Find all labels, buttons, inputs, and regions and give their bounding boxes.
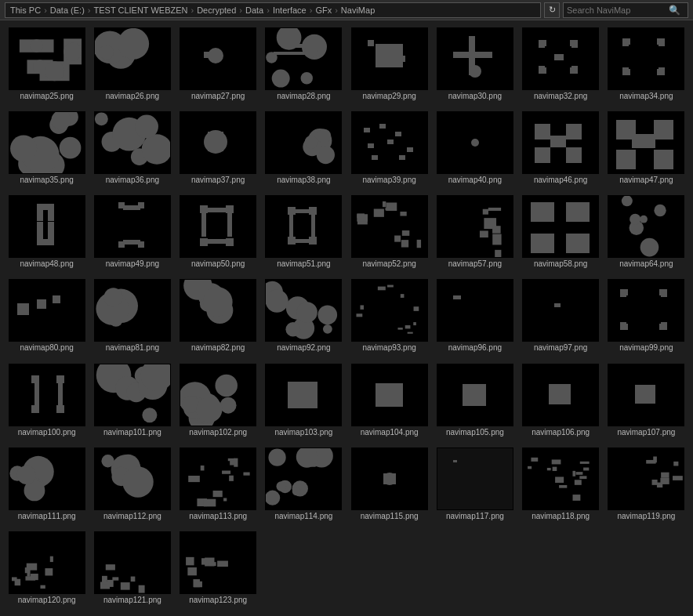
thumbnail <box>94 279 171 342</box>
list-item[interactable]: navimap97.png <box>519 277 603 359</box>
list-item[interactable]: navimap50.png <box>176 193 260 275</box>
list-item[interactable]: navimap32.png <box>519 25 603 107</box>
refresh-button[interactable]: ↻ <box>544 2 560 18</box>
breadcrumb-testclient[interactable]: TEST CLIENT WEBZEN <box>93 5 187 15</box>
file-label: navimap82.png <box>191 343 245 352</box>
file-label: navimap25.png <box>20 92 73 100</box>
thumbnail-canvas <box>608 364 684 426</box>
list-item[interactable]: navimap34.png <box>604 25 688 107</box>
file-label: navimap26.png <box>106 92 159 100</box>
list-item[interactable]: navimap35.png <box>5 109 89 191</box>
list-item[interactable]: navimap118.png <box>519 445 603 527</box>
thumbnail-canvas <box>523 112 598 173</box>
list-item[interactable]: navimap58.png <box>519 193 603 275</box>
list-item[interactable]: navimap100.png <box>5 361 89 444</box>
breadcrumb-datadir[interactable]: Data <box>245 5 263 15</box>
list-item[interactable]: navimap121.png <box>90 529 174 611</box>
thumbnail-canvas <box>95 532 170 593</box>
file-label: navimap58.png <box>534 259 587 268</box>
thumbnail <box>437 111 513 174</box>
list-item[interactable]: navimap39.png <box>347 109 431 191</box>
thumbnail <box>180 279 256 342</box>
breadcrumb-interface[interactable]: Interface <box>273 5 307 15</box>
list-item[interactable]: navimap26.png <box>90 25 174 107</box>
list-item[interactable]: navimap107.png <box>604 361 688 444</box>
list-item[interactable]: navimap120.png <box>5 529 89 611</box>
breadcrumb-navimap[interactable]: NaviMap <box>341 5 375 15</box>
list-item[interactable]: navimap99.png <box>604 277 688 359</box>
list-item[interactable]: navimap28.png <box>262 25 346 107</box>
list-item[interactable]: navimap38.png <box>262 109 346 191</box>
list-item[interactable]: navimap36.png <box>90 109 174 191</box>
list-item[interactable]: navimap123.png <box>176 529 260 611</box>
thumbnail <box>437 279 513 342</box>
list-item[interactable]: navimap30.png <box>433 25 517 107</box>
list-item[interactable]: navimap112.png <box>90 445 174 527</box>
list-item[interactable]: navimap52.png <box>347 193 431 275</box>
thumbnail <box>437 195 513 258</box>
breadcrumb-gfx[interactable]: GFx <box>315 5 332 15</box>
file-label: navimap35.png <box>20 176 73 184</box>
thumbnail <box>180 195 256 258</box>
list-item[interactable]: navimap29.png <box>347 25 431 107</box>
list-item[interactable]: navimap101.png <box>90 361 174 444</box>
list-item[interactable]: navimap82.png <box>176 277 260 359</box>
list-item[interactable]: navimap80.png <box>5 277 89 359</box>
list-item[interactable]: navimap27.png <box>176 25 260 107</box>
list-item[interactable]: navimap117.png <box>433 445 517 527</box>
search-icon: 🔍 <box>669 5 680 16</box>
list-item[interactable]: navimap102.png <box>176 361 260 444</box>
thumbnail-canvas <box>9 448 85 509</box>
breadcrumb-decrypted[interactable]: Decrypted <box>197 5 236 15</box>
list-item[interactable]: navimap104.png <box>347 361 431 444</box>
thumbnail-canvas <box>266 448 341 509</box>
thumbnail-canvas <box>523 280 598 341</box>
thumbnail-canvas <box>352 364 427 426</box>
list-item[interactable]: navimap114.png <box>262 445 346 527</box>
thumbnail <box>180 531 256 594</box>
list-item[interactable]: navimap93.png <box>347 277 431 359</box>
list-item[interactable]: navimap37.png <box>176 109 260 191</box>
thumbnail <box>9 27 85 90</box>
breadcrumb-thispc[interactable]: This PC <box>10 5 41 15</box>
list-item[interactable]: navimap106.png <box>519 361 603 444</box>
list-item[interactable]: navimap96.png <box>433 277 517 359</box>
thumbnail <box>608 364 684 426</box>
search-input[interactable] <box>567 5 669 15</box>
list-item[interactable]: navimap92.png <box>262 277 346 359</box>
list-item[interactable]: navimap46.png <box>519 109 603 191</box>
thumbnail-canvas <box>95 280 170 341</box>
thumbnail <box>180 27 256 90</box>
list-item[interactable]: navimap48.png <box>5 193 89 275</box>
list-item[interactable]: navimap115.png <box>347 445 431 527</box>
list-item[interactable]: navimap105.png <box>433 361 517 444</box>
thumbnail-canvas <box>608 112 684 173</box>
list-item[interactable]: navimap49.png <box>90 193 174 275</box>
list-item[interactable]: navimap111.png <box>5 445 89 527</box>
list-item[interactable]: navimap51.png <box>262 193 346 275</box>
breadcrumb-data[interactable]: Data (E:) <box>50 5 85 15</box>
thumbnail-canvas <box>95 448 170 509</box>
thumbnail-canvas <box>437 364 513 426</box>
list-item[interactable]: navimap81.png <box>90 277 174 359</box>
search-box[interactable]: 🔍 <box>563 2 688 18</box>
thumbnail <box>9 279 85 342</box>
list-item[interactable]: navimap40.png <box>433 109 517 191</box>
file-label: navimap99.png <box>619 343 673 352</box>
list-item[interactable]: navimap119.png <box>604 445 688 527</box>
list-item[interactable]: navimap64.png <box>604 193 688 275</box>
breadcrumb[interactable]: This PC › Data (E:) › TEST CLIENT WEBZEN… <box>5 2 541 18</box>
list-item[interactable]: navimap113.png <box>176 445 260 527</box>
thumbnail <box>265 111 342 174</box>
thumbnail-canvas <box>608 28 684 89</box>
file-label: navimap38.png <box>277 176 330 184</box>
file-label: navimap106.png <box>532 428 590 437</box>
list-item[interactable]: navimap25.png <box>5 25 89 107</box>
file-label: navimap117.png <box>446 512 504 520</box>
list-item[interactable]: navimap103.png <box>262 361 346 444</box>
file-label: navimap111.png <box>18 512 76 520</box>
thumbnail <box>94 448 171 510</box>
list-item[interactable]: navimap57.png <box>433 193 517 275</box>
thumbnail-canvas <box>437 448 513 509</box>
list-item[interactable]: navimap47.png <box>604 109 688 191</box>
